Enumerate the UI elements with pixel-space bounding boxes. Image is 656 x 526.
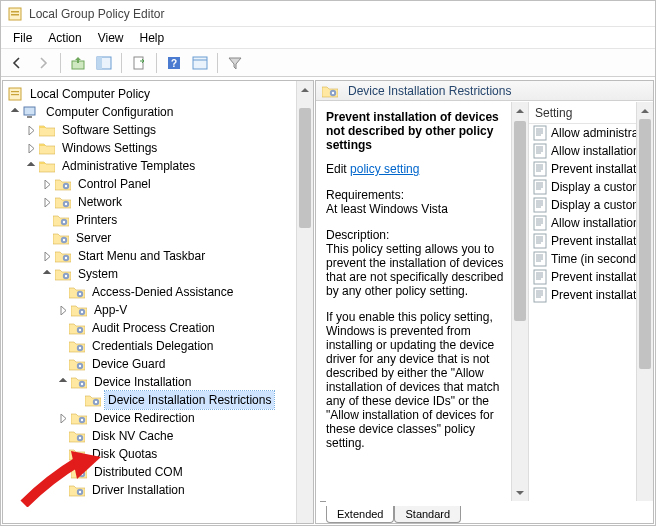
scroll-up-icon[interactable] — [512, 102, 528, 119]
gear-folder-icon — [71, 465, 87, 479]
menu-view[interactable]: View — [90, 29, 132, 47]
tree-start-menu[interactable]: Start Menu and Taskbar — [5, 247, 313, 265]
expander-closed-icon[interactable] — [41, 178, 53, 190]
menu-file[interactable]: File — [5, 29, 40, 47]
selected-policy-title: Prevent installation of devices not desc… — [326, 110, 508, 152]
policy-item-icon — [533, 288, 547, 302]
list-item[interactable]: Time (in seconds) to — [529, 250, 636, 268]
tree-disk-nv[interactable]: Disk NV Cache — [5, 427, 313, 445]
tree-label: Printers — [73, 211, 120, 229]
tree-label: App-V — [91, 301, 130, 319]
tree-label: Control Panel — [75, 175, 154, 193]
tree-device-install[interactable]: Device Installation — [5, 373, 313, 391]
policy-item-icon — [533, 252, 547, 266]
list-item[interactable]: Prevent installation o — [529, 232, 636, 250]
tree-network[interactable]: Network — [5, 193, 313, 211]
list-column-header[interactable]: Setting — [529, 102, 653, 124]
policy-item-icon — [533, 234, 547, 248]
gear-folder-icon — [69, 357, 85, 371]
scroll-down-icon[interactable] — [512, 484, 528, 501]
tree-label: Access-Denied Assistance — [89, 283, 236, 301]
list-scrollbar[interactable] — [636, 102, 653, 501]
tree-label: Audit Process Creation — [89, 319, 218, 337]
tree-credentials[interactable]: Credentials Delegation — [5, 337, 313, 355]
computer-icon — [23, 105, 39, 119]
tree-driver-install[interactable]: Driver Installation — [5, 481, 313, 499]
tree-label: Start Menu and Taskbar — [75, 247, 208, 265]
scroll-up-icon[interactable] — [637, 102, 653, 119]
tree-device-redirect[interactable]: Device Redirection — [5, 409, 313, 427]
list-item[interactable]: Allow administrators — [529, 124, 636, 142]
tree-control-panel[interactable]: Control Panel — [5, 175, 313, 193]
expander-closed-icon[interactable] — [25, 124, 37, 136]
expander-closed-icon[interactable] — [57, 466, 69, 478]
detail-pane: Device Installation Restrictions Prevent… — [315, 80, 654, 524]
edit-policy-link[interactable]: policy setting — [350, 162, 419, 176]
expander-open-icon[interactable] — [9, 106, 21, 118]
expander-closed-icon[interactable] — [41, 250, 53, 262]
tree-printers[interactable]: Printers — [5, 211, 313, 229]
expander-closed-icon[interactable] — [57, 412, 69, 424]
tree-label: Device Installation Restrictions — [105, 391, 274, 409]
export-button[interactable] — [127, 52, 151, 74]
tree-label: Device Redirection — [91, 409, 198, 427]
tree-access-denied[interactable]: Access-Denied Assistance — [5, 283, 313, 301]
tree-disk-quotas[interactable]: Disk Quotas — [5, 445, 313, 463]
help-button[interactable]: ? — [162, 52, 186, 74]
scroll-thumb[interactable] — [639, 119, 651, 369]
tree-software-settings[interactable]: Software Settings — [5, 121, 313, 139]
expander-closed-icon[interactable] — [25, 142, 37, 154]
list-item-label: Display a custom m — [551, 198, 636, 212]
tree-appv[interactable]: App-V — [5, 301, 313, 319]
list-item[interactable]: Prevent installation o — [529, 268, 636, 286]
scroll-up-icon[interactable] — [297, 81, 313, 98]
forward-button[interactable] — [31, 52, 55, 74]
tree-computer-config[interactable]: Computer Configuration — [5, 103, 313, 121]
expander-open-icon[interactable] — [41, 268, 53, 280]
properties-button[interactable] — [188, 52, 212, 74]
tree-pane: Local Computer Policy Computer Configura… — [2, 80, 314, 524]
list-item[interactable]: Display a custom m — [529, 178, 636, 196]
expander-closed-icon[interactable] — [57, 304, 69, 316]
tab-standard[interactable]: Standard — [394, 506, 461, 523]
expander-open-icon[interactable] — [25, 160, 37, 172]
expander-open-icon[interactable] — [57, 376, 69, 388]
svg-rect-18 — [193, 57, 207, 69]
tree-windows-settings[interactable]: Windows Settings — [5, 139, 313, 157]
tree-system[interactable]: System — [5, 265, 313, 283]
policy-item-icon — [533, 198, 547, 212]
tree-label: Computer Configuration — [43, 103, 176, 121]
list-item[interactable]: Display a custom m — [529, 196, 636, 214]
scroll-thumb[interactable] — [299, 108, 311, 228]
back-button[interactable] — [5, 52, 29, 74]
tree-scrollbar[interactable] — [296, 81, 313, 523]
description-label: Description: — [326, 228, 508, 242]
detail-tabs: Extended Standard — [316, 501, 461, 523]
scroll-thumb[interactable] — [514, 121, 526, 321]
menu-help[interactable]: Help — [132, 29, 173, 47]
list-item[interactable]: Allow installation of — [529, 214, 636, 232]
tree-device-guard[interactable]: Device Guard — [5, 355, 313, 373]
tree-admin-templates[interactable]: Administrative Templates — [5, 157, 313, 175]
tab-extended[interactable]: Extended — [326, 506, 394, 523]
list-item[interactable]: Allow installation of — [529, 142, 636, 160]
tree-label: Network — [75, 193, 125, 211]
show-hide-tree-button[interactable] — [92, 52, 116, 74]
list-item[interactable]: Prevent installation o — [529, 160, 636, 178]
description-scrollbar[interactable] — [511, 102, 528, 501]
list-item[interactable]: Prevent installation o — [529, 286, 636, 304]
tree-root[interactable]: Local Computer Policy — [5, 85, 313, 103]
tree-audit[interactable]: Audit Process Creation — [5, 319, 313, 337]
svg-rect-10 — [11, 11, 19, 13]
tree-device-install-restrictions[interactable]: Device Installation Restrictions — [5, 391, 313, 409]
tree-dist-com[interactable]: Distributed COM — [5, 463, 313, 481]
settings-list[interactable]: Allow administratorsAllow installation o… — [529, 124, 636, 501]
up-button[interactable] — [66, 52, 90, 74]
menu-action[interactable]: Action — [40, 29, 89, 47]
tree-server[interactable]: Server — [5, 229, 313, 247]
folder-icon — [39, 123, 55, 137]
policy-tree[interactable]: Local Computer Policy Computer Configura… — [3, 81, 313, 523]
expander-closed-icon[interactable] — [41, 196, 53, 208]
svg-rect-23 — [24, 107, 35, 115]
filter-button[interactable] — [223, 52, 247, 74]
